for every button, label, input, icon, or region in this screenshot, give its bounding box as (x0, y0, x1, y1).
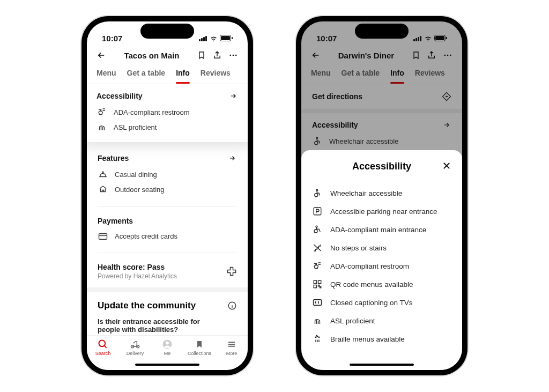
item-label: Accepts credit cards (115, 232, 177, 240)
svg-point-41 (318, 337, 320, 338)
item-label: Casual dining (115, 171, 157, 179)
content-area: Accessibility ADA-compliant restroom ASL… (87, 84, 248, 344)
svg-point-33 (314, 230, 317, 233)
qr-icon (312, 279, 323, 289)
nav-label: Me (164, 351, 171, 356)
item-label: ADA-compliant restroom (330, 262, 409, 270)
svg-point-39 (315, 337, 316, 338)
restroom-icon (312, 261, 323, 271)
payments-card: Payments Accepts credit cards (87, 209, 248, 250)
health-title: Health score: Pass (98, 263, 177, 271)
info-icon[interactable] (227, 301, 237, 310)
nav-label: Delivery (127, 351, 144, 356)
bookmark-icon[interactable] (197, 50, 206, 60)
status-time: 10:07 (102, 34, 122, 43)
sheet-item: ADA-compliant restroom (312, 257, 451, 275)
sheet-item: No steps or stairs (312, 239, 451, 257)
nav-more[interactable]: More (218, 339, 245, 356)
item-label: Wheelchair accessible (330, 189, 402, 197)
section-divider (87, 287, 248, 292)
sheet-item: Closed captioning on TVs (312, 293, 451, 312)
accessibility-card[interactable]: Accessibility ADA-compliant restroom ASL… (87, 84, 248, 142)
cc-icon (312, 298, 323, 307)
update-title: Update the community (98, 300, 196, 311)
svg-point-12 (99, 341, 106, 347)
status-icons (199, 35, 233, 41)
screen-right: 10:07 Darwin's Diner Menu Get a table (301, 21, 462, 370)
phone-notch (355, 24, 409, 39)
home-indicator[interactable] (350, 364, 414, 366)
svg-rect-1 (201, 38, 203, 41)
svg-rect-37 (314, 285, 316, 288)
item-label: Accessible parking near entrance (330, 208, 437, 216)
tab-info[interactable]: Info (176, 63, 190, 84)
update-question: Is their entrance accessible for people … (98, 317, 205, 334)
svg-rect-38 (314, 300, 322, 306)
phone-right: 10:07 Darwin's Diner Menu Get a table (296, 16, 468, 375)
nav-me[interactable]: Me (154, 339, 181, 356)
dining-icon (98, 169, 108, 179)
svg-rect-3 (205, 36, 207, 41)
svg-rect-0 (199, 39, 201, 41)
payments-title: Payments (98, 217, 237, 225)
accessibility-item: ADA-compliant restroom (97, 105, 238, 120)
svg-point-42 (316, 335, 317, 336)
card-icon (98, 233, 108, 240)
item-label: ADA-compliant restroom (114, 108, 190, 116)
sheet-item: Braille menus available (312, 330, 451, 348)
nav-search[interactable]: Search (90, 339, 116, 356)
item-label: QR code menus available (330, 280, 413, 289)
sheet-item: Accessible parking near entrance (312, 202, 451, 220)
payments-item: Accepts credit cards (98, 230, 237, 243)
close-icon[interactable] (442, 161, 451, 171)
accessibility-title: Accessibility (97, 92, 143, 100)
divider (98, 253, 237, 253)
item-label: ADA-compliant main entrance (330, 226, 426, 234)
parking-icon (312, 206, 323, 216)
item-label: No steps or stairs (330, 244, 387, 252)
item-label: ASL proficient (330, 317, 375, 325)
features-item: Outdoor seating (98, 182, 237, 197)
svg-rect-5 (221, 36, 230, 40)
phone-notch (140, 24, 194, 39)
tab-reviews[interactable]: Reviews (201, 63, 231, 84)
svg-point-34 (316, 226, 317, 227)
phone-left: 10:07 Tacos on Main Menu Get a table Inf… (81, 16, 253, 375)
wifi-icon (210, 35, 218, 41)
nav-collections[interactable]: Collections (186, 339, 213, 356)
sheet-item: ASL proficient (312, 312, 451, 330)
item-label: Braille menus available (330, 335, 405, 343)
tabs: Menu Get a table Info Reviews (87, 63, 248, 84)
back-icon[interactable] (97, 50, 106, 60)
svg-rect-32 (314, 208, 321, 215)
arrow-right-icon (227, 154, 237, 162)
hamburger-icon (227, 339, 236, 350)
svg-point-30 (315, 194, 318, 197)
search-icon (98, 339, 108, 350)
features-item: Casual dining (98, 167, 237, 182)
svg-rect-36 (318, 280, 321, 283)
entrance-icon (312, 225, 323, 234)
delivery-icon (129, 339, 141, 350)
asl-icon (97, 122, 107, 132)
more-icon[interactable] (228, 50, 238, 60)
health-cross-icon (226, 266, 237, 277)
svg-point-31 (316, 189, 318, 191)
item-label: Outdoor seating (115, 186, 165, 194)
home-indicator[interactable] (135, 364, 199, 366)
bookmark-icon (195, 339, 204, 350)
features-title: Features (98, 154, 129, 162)
features-card[interactable]: Features Casual dining Outdoor seating (87, 142, 248, 204)
sheet-title: Accessibility (352, 161, 411, 172)
nav-label: More (226, 351, 238, 356)
tab-get-a-table[interactable]: Get a table (127, 63, 166, 84)
nav-delivery[interactable]: Delivery (122, 339, 149, 356)
tab-menu[interactable]: Menu (97, 63, 116, 84)
accessibility-sheet: Accessibility Wheelchair accessible Acce… (301, 150, 462, 370)
wheelchair-icon (312, 188, 323, 198)
health-card[interactable]: Health score: Pass Powered by Hazel Anal… (87, 255, 248, 287)
asl-icon (312, 316, 323, 326)
page-header: Tacos on Main (87, 47, 248, 63)
share-icon[interactable] (212, 50, 222, 60)
svg-rect-10 (99, 233, 107, 239)
